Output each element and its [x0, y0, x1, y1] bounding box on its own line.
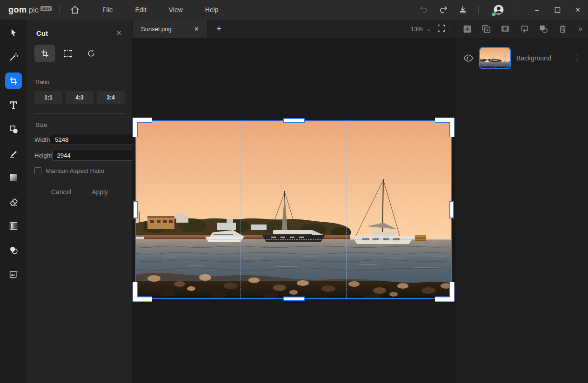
new-tab-button[interactable]: + [207, 20, 230, 38]
add-layer-button[interactable] [461, 23, 473, 34]
collapse-panel-button[interactable]: » [578, 25, 581, 33]
chevron-down-icon: ⌄ [427, 26, 431, 32]
height-input[interactable] [52, 150, 144, 161]
cut-panel: Cut ✕ [27, 20, 133, 383]
app-window: gom pic 2024 File Edit View Help [0, 0, 588, 383]
zoom-control[interactable]: 13% ⌄ [411, 26, 431, 33]
tab-sunset-png[interactable]: Sunset.png ✕ [133, 20, 207, 38]
merge-shapes-icon [538, 24, 548, 34]
menu-file[interactable]: File [91, 1, 124, 18]
text-tool-button[interactable] [5, 97, 22, 113]
adjustment-icon [9, 221, 18, 231]
crop-icon [9, 76, 18, 86]
crop-mode-button[interactable] [34, 45, 55, 62]
canvas-area[interactable] [133, 38, 454, 383]
width-input[interactable] [50, 134, 142, 145]
crop-handle-right[interactable] [449, 201, 454, 218]
crop-handle-top-left[interactable] [133, 118, 153, 138]
menu-help[interactable]: Help [194, 1, 230, 18]
select-tool-button[interactable] [5, 24, 22, 41]
text-icon [9, 100, 18, 110]
tab-close-button[interactable]: ✕ [192, 25, 201, 33]
marquee-icon [63, 49, 73, 58]
titlebar-divider [59, 6, 60, 14]
cut-panel-close-button[interactable]: ✕ [114, 28, 124, 38]
ratio-1-1-button[interactable]: 1:1 [34, 91, 62, 104]
minimize-button[interactable]: – [527, 0, 547, 20]
titlebar-divider [519, 6, 519, 14]
gradient-icon [9, 173, 18, 182]
add-layer-icon [462, 24, 472, 34]
crop-handle-left[interactable] [133, 201, 138, 218]
blend-circles-icon [9, 245, 19, 255]
cancel-button[interactable]: Cancel [47, 186, 76, 198]
menu-bar: File Edit View Help [91, 1, 230, 18]
layer-mask-button[interactable] [500, 23, 511, 34]
blend-tool-button[interactable] [5, 242, 22, 258]
eraser-tool-button[interactable] [5, 193, 22, 210]
layer-name: Background [516, 54, 571, 62]
crop-handle-bottom[interactable] [283, 297, 305, 301]
menu-view[interactable]: View [158, 1, 194, 18]
menu-edit[interactable]: Edit [124, 1, 158, 18]
app-logo: gom pic 2024 [8, 5, 52, 15]
eye-icon [463, 53, 474, 64]
titlebar-divider [478, 6, 479, 14]
close-window-button[interactable]: ✕ [568, 0, 588, 20]
crop-handle-bottom-left[interactable] [133, 281, 153, 302]
account-button[interactable] [493, 4, 505, 16]
home-button[interactable] [67, 2, 83, 18]
crop-handle-top[interactable] [283, 118, 305, 123]
crop-handle-bottom-right[interactable] [434, 281, 454, 302]
export-button[interactable] [455, 2, 471, 18]
maximize-icon [555, 7, 561, 13]
ai-tool-button[interactable]: AI [5, 266, 22, 283]
ratio-4-3-button[interactable]: 4:3 [66, 91, 94, 104]
layer-visibility-toggle[interactable] [461, 53, 475, 64]
duplicate-icon [481, 24, 491, 34]
ratio-3-4-button[interactable]: 3:4 [97, 91, 125, 104]
crop-handle-top-right[interactable] [434, 118, 454, 138]
duplicate-layer-button[interactable] [481, 23, 492, 34]
rotate-icon [87, 49, 96, 58]
size-section-label: Size [35, 121, 125, 128]
layer-thumbnail[interactable] [479, 47, 511, 69]
transform-icon [519, 24, 529, 34]
brush-tool-button[interactable] [5, 145, 22, 162]
account-status-icon [491, 12, 496, 17]
undo-button[interactable] [416, 2, 432, 18]
layers-panel: » Background ⋮ [454, 20, 588, 383]
panel-divider [34, 71, 125, 71]
layer-row-background[interactable]: Background ⋮ [455, 44, 588, 73]
logo-year-badge: 2024 [40, 6, 52, 11]
rotate-mode-button[interactable] [81, 45, 101, 62]
gradient-tool-button[interactable] [5, 169, 22, 186]
redo-button[interactable] [435, 2, 451, 18]
merge-layers-button[interactable] [538, 23, 549, 34]
titlebar-actions: – ✕ [416, 0, 588, 20]
sunset-image [135, 120, 452, 299]
maintain-aspect-checkbox[interactable] [34, 167, 41, 174]
adjustment-tool-button[interactable] [5, 218, 22, 234]
panel-divider [34, 113, 125, 114]
mask-icon [500, 24, 510, 34]
crop-tool-button[interactable] [5, 73, 22, 89]
delete-layer-button[interactable] [557, 23, 568, 34]
crop-region[interactable] [135, 120, 452, 299]
svg-text:AI: AI [11, 273, 14, 277]
height-label: Height [34, 152, 52, 159]
brush-icon [9, 149, 19, 158]
ratio-buttons: 1:1 4:3 3:4 [34, 91, 125, 104]
magic-wand-tool-button[interactable] [5, 48, 22, 65]
maximize-button[interactable] [547, 0, 568, 20]
shapes-icon [9, 125, 19, 134]
cut-panel-title: Cut [36, 29, 48, 37]
transform-layer-button[interactable] [519, 23, 530, 34]
logo-text-pic: pic [29, 6, 39, 15]
apply-button[interactable]: Apply [87, 186, 113, 198]
shapes-tool-button[interactable] [5, 121, 22, 138]
layer-thumbnail-image [480, 48, 510, 68]
layer-menu-button[interactable]: ⋮ [571, 54, 583, 62]
selection-mode-button[interactable] [58, 45, 78, 62]
fit-screen-button[interactable] [437, 24, 445, 34]
